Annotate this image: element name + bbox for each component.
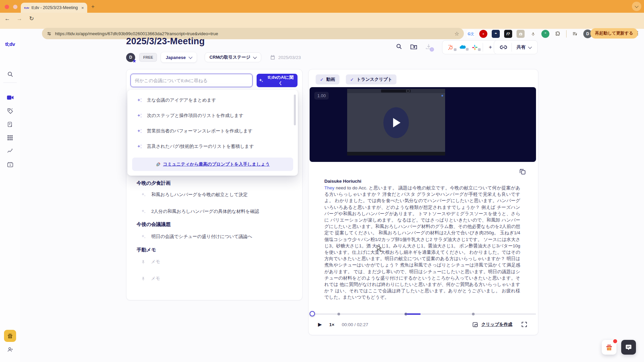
ai-suggestions-dropdown: 主な会議のアイデアをまとめます 次のステップと操作項目のリストを作成します 営業… [127,90,298,176]
copy-link-button[interactable] [495,45,512,49]
app-sidebar: tl;dv D [0,29,20,362]
sparkle-icon [141,234,146,239]
playback-speed-button[interactable]: 1× [329,322,334,327]
meeting-search-button[interactable] [396,43,402,50]
browser-menu-kebab-icon[interactable]: ⋮ [635,30,640,36]
video-toggle[interactable]: ✓ 動画 [316,74,339,84]
lock-badge-icon: ↑ [430,47,434,52]
share-button[interactable]: 共有 [512,44,536,50]
memo-item[interactable]: メモ [141,276,295,282]
highlight-segment[interactable] [405,313,421,315]
tab-title: tl;dv - 2025/3/23-Meeting [32,5,79,10]
url-bar[interactable]: https://tldv.io/app/meetings/67dfc93b99c… [42,28,464,39]
screenshot-extension-icon[interactable] [517,30,525,38]
transcript-highlight-word[interactable]: They [324,185,334,190]
video-player[interactable]: 1.00 [310,87,536,162]
sidebar-templates-item[interactable] [0,119,20,130]
rewards-fab[interactable] [602,340,616,355]
sidebar-invite-item[interactable] [0,344,20,355]
note-item[interactable]: 明日の会議でシチューの盛り付けについて議論へ [141,234,295,240]
transcript-text[interactable]: They need to do Acc. と思います。 議題は今晩の献立です。今… [324,185,520,301]
sidebar-apps-item[interactable] [0,132,20,143]
slack-integration-button[interactable] [469,45,481,50]
sidebar-analytics-item[interactable] [0,145,20,157]
reload-button[interactable]: ↻ [27,15,36,22]
community-prompts-link[interactable]: コミュニティから最高のプロンプトを入手しましょう [163,161,270,167]
close-window-button[interactable] [5,5,9,9]
fullscreen-icon[interactable] [521,321,527,327]
video-timeline[interactable] [309,313,536,315]
transcript-toggle[interactable]: ✓ トランスクリプト [346,74,396,84]
dropdown-scrollbar[interactable] [294,95,296,125]
timeline-marker[interactable] [405,313,407,315]
ai-suggestion-item[interactable]: 次のステップと操作項目のリストを作成します [127,108,298,123]
ai-question-input[interactable] [130,74,253,87]
minimize-window-button[interactable] [13,5,17,9]
create-clip-button[interactable]: クリップを作成 [481,321,513,327]
grid-icon [7,135,13,141]
video-frame-titlebar [347,89,445,93]
ai-suggestion-item[interactable]: 営業担当者のパフォーマンスレポートを作成します [127,123,298,139]
page-title[interactable]: 2025/3/23-Meeting [126,36,205,47]
note-add-icon [7,121,13,128]
browser-tab[interactable]: tl;dv tl;dv - 2025/3/23-Meeting × [21,3,87,13]
speaker-name[interactable]: Daisuke Horiuchi [324,179,520,184]
tab-close-icon[interactable]: × [81,5,84,10]
slack-icon [472,45,478,50]
tab-overflow-button[interactable] [632,2,641,11]
ask-ai-button[interactable]: tl;dvのAIに聞く [257,74,298,87]
note-item[interactable]: 和風おろしハンバーグを今晩の献立として決定 [141,192,295,198]
rocket-icon [156,162,161,167]
tldv-logo[interactable]: tl;dv [0,38,20,50]
quote-extension-icon[interactable]: ” [541,30,549,38]
chevron-down-icon [635,4,638,8]
crm-stage-selector[interactable]: CRMの取引ステージ [205,52,262,62]
site-settings-icon[interactable] [47,31,52,36]
font-extension-icon[interactable]: f? [504,30,512,38]
extensions-puzzle-icon[interactable] [554,30,562,38]
sidebar-tags-item[interactable] [0,105,20,117]
timeline-marker[interactable] [472,313,475,315]
star-badge-icon [132,59,137,63]
pin-icon [141,276,146,281]
community-prompts-banner[interactable]: コミュニティから最高のプロンプトを入手しましょう [132,158,293,171]
forward-button[interactable]: → [15,15,24,22]
copy-transcript-button[interactable] [518,167,527,176]
browser-update-button[interactable]: 再起動して更新する [590,28,638,39]
mic-extension-icon[interactable] [529,30,537,38]
salesforce-integration-button[interactable] [457,45,469,50]
folder-move-icon [410,44,417,50]
new-tab-button[interactable]: + [91,3,95,10]
time-display: 00:00 / 02:27 [342,322,368,327]
language-selector[interactable]: Japanese [161,52,196,62]
play-overlay[interactable] [383,107,409,138]
tag-sparkle-icon [7,108,13,114]
playhead[interactable] [310,311,315,316]
bookmark-star-icon[interactable]: ☆ [454,31,459,37]
hubspot-integration-button[interactable] [444,44,457,50]
section-heading: 今後の会議議題 [137,221,171,228]
note-item[interactable]: 2人分の和風おろしハンバーグの具体的な材料を確認 [141,208,295,215]
chevron-down-icon [253,55,257,59]
video-speed-extension-icon[interactable]: » [479,30,487,38]
sidebar-meetings-item[interactable] [0,92,20,103]
download-button[interactable]: ↑ [425,44,432,50]
timeline-marker[interactable] [337,313,340,315]
memo-item[interactable]: メモ [141,259,295,265]
sparkle-icon [141,209,146,214]
chat-support-fab[interactable] [621,340,636,355]
move-to-folder-button[interactable] [410,44,417,50]
integration-badge [466,48,469,51]
toolbar-divider [566,30,567,38]
ai-suggestion-item[interactable]: 主な会議のアイデアをまとめます [127,93,298,108]
chat-extension-icon[interactable]: ❝ [492,30,500,38]
tab-favicon: tl;dv [24,7,29,9]
play-button[interactable]: ▶ [318,321,322,327]
playlist-icon[interactable] [571,30,579,38]
sidebar-search-button[interactable] [0,68,20,80]
translate-extension-icon[interactable]: G文 [467,30,475,38]
back-button[interactable]: ← [3,15,12,22]
sidebar-library-item[interactable] [0,159,20,170]
sidebar-gift-button[interactable] [4,330,16,342]
ai-suggestion-item[interactable]: 言及されたバグ/技術的エラーのリストを蓄積します [127,139,298,154]
